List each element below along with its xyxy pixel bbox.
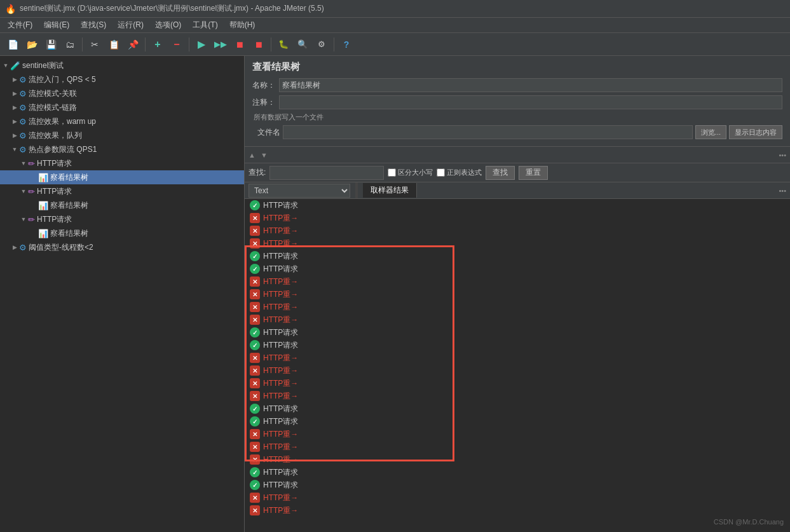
tree-item-liukong2[interactable]: ▶ ⚙ 流控模式-关联: [0, 86, 244, 100]
tree-item-threshold[interactable]: ▶ ⚙ 阈值类型-线程数<2: [0, 240, 244, 254]
result-item[interactable]: ✓HTTP请求: [245, 466, 790, 479]
result-item[interactable]: ✕HTTP重→: [245, 377, 790, 390]
saveas-button[interactable]: 🗂: [61, 36, 79, 53]
tree-item-liukong4[interactable]: ▶ ⚙ 流控效果，warm up: [0, 114, 244, 128]
paste-button[interactable]: 📌: [124, 36, 142, 53]
tree-item-http3[interactable]: ▼ ✏ HTTP请求: [0, 212, 244, 226]
toolbar-down-arrow[interactable]: ▼: [261, 151, 268, 159]
root-expand-arrow[interactable]: ▼: [1, 61, 10, 70]
stop-button[interactable]: ⏹: [231, 36, 249, 53]
panel-toolbar: ▲ ▼ •••: [245, 147, 790, 163]
result-item[interactable]: ✓HTTP请求: [245, 263, 790, 275]
result-item[interactable]: ✕HTTP重→: [245, 491, 790, 504]
debug-button[interactable]: 🐛: [275, 36, 292, 53]
log-button[interactable]: 显示日志内容: [729, 125, 782, 139]
result-item[interactable]: ✕HTTP重→: [245, 224, 790, 237]
result-item[interactable]: ✓HTTP请求: [245, 326, 790, 339]
search-button[interactable]: 🔍: [294, 36, 311, 53]
ok-icon: ✓: [250, 404, 260, 414]
result-item-label: HTTP重→: [263, 505, 298, 516]
case-sensitive-label[interactable]: 区分大小写: [388, 168, 433, 177]
result-item[interactable]: ✓HTTP请求: [245, 199, 790, 212]
tree-item-liukong5[interactable]: ▶ ⚙ 流控效果，队列: [0, 128, 244, 142]
new-button[interactable]: 📄: [4, 36, 22, 53]
menu-find[interactable]: 查找(S): [76, 18, 111, 32]
title-text: sentinel测试.jmx (D:\java-service\Jmeter\测…: [20, 3, 324, 14]
liukong3-expand[interactable]: ▶: [10, 103, 19, 112]
open-button[interactable]: 📂: [23, 36, 41, 53]
menu-help[interactable]: 帮助(H): [224, 18, 261, 32]
result-item[interactable]: ✕HTTP重→: [245, 364, 790, 377]
result-item[interactable]: ✓HTTP请求: [245, 250, 790, 263]
result-item[interactable]: ✕HTTP重→: [245, 428, 790, 440]
remove-button[interactable]: −: [168, 36, 186, 53]
copy-button[interactable]: 📋: [105, 36, 123, 53]
menu-file[interactable]: 文件(F): [3, 18, 37, 32]
http3-expand[interactable]: ▼: [19, 215, 28, 224]
tree-item-result3[interactable]: ▶ 📊 察看结果树: [0, 226, 244, 240]
add-button[interactable]: +: [149, 36, 167, 53]
toolbar-more[interactable]: •••: [779, 151, 786, 159]
menu-edit[interactable]: 编辑(E): [39, 18, 74, 32]
http2-expand[interactable]: ▼: [19, 187, 28, 196]
result-item[interactable]: ✓HTTP请求: [245, 402, 790, 415]
filename-input[interactable]: [283, 125, 693, 139]
result-item[interactable]: ✕HTTP重→: [245, 301, 790, 313]
tree-item-liukong1[interactable]: ▶ ⚙ 流控入门，QPS < 5: [0, 72, 244, 86]
tree-item-result1[interactable]: ▶ 📊 察看结果树: [0, 170, 244, 184]
case-sensitive-checkbox[interactable]: [388, 168, 396, 177]
settings-button[interactable]: ⚙: [313, 36, 330, 53]
result-item[interactable]: ✕HTTP重→: [245, 275, 790, 288]
tree-root-item[interactable]: ▼ 🧪 sentinel测试: [0, 58, 244, 72]
menu-run[interactable]: 运行(R): [112, 18, 149, 32]
liukong5-expand[interactable]: ▶: [10, 131, 19, 140]
result-item[interactable]: ✕HTTP重→: [245, 440, 790, 453]
liukong2-expand[interactable]: ▶: [10, 89, 19, 98]
result-item[interactable]: ✕HTTP重→: [245, 453, 790, 466]
result-item[interactable]: ✕HTTP重→: [245, 237, 790, 250]
run-button[interactable]: ▶: [193, 36, 210, 53]
save-button[interactable]: 💾: [42, 36, 60, 53]
result-item[interactable]: ✕HTTP重→: [245, 212, 790, 224]
tree-item-http2[interactable]: ▼ ✏ HTTP请求: [0, 184, 244, 198]
search-button-find[interactable]: 查找: [486, 166, 515, 180]
result-item[interactable]: ✕HTTP重→: [245, 288, 790, 301]
help-button[interactable]: ?: [337, 36, 355, 53]
cut-button[interactable]: ✂: [86, 36, 104, 53]
regex-label[interactable]: 正则表达式: [437, 168, 482, 177]
http1-expand[interactable]: ▼: [19, 159, 28, 168]
search-input[interactable]: [269, 166, 384, 180]
run-all-button[interactable]: ▶▶: [212, 36, 229, 53]
tab-sampler-result[interactable]: 取样器结果: [363, 183, 417, 198]
split-more[interactable]: •••: [779, 187, 786, 194]
threshold-expand[interactable]: ▶: [10, 243, 19, 252]
regex-checkbox[interactable]: [437, 168, 445, 177]
result-item[interactable]: ✕HTTP重→: [245, 504, 790, 517]
tree-item-http1[interactable]: ▼ ✏ HTTP请求: [0, 156, 244, 170]
result-item[interactable]: ✓HTTP请求: [245, 415, 790, 428]
result-item[interactable]: ✓HTTP请求: [245, 479, 790, 491]
result-item[interactable]: ✕HTTP重→: [245, 351, 790, 364]
type-select[interactable]: Text JSON XML HTML Rendered HTML CSS Sel…: [249, 184, 350, 198]
err-icon: ✕: [250, 378, 260, 388]
tree-item-result2[interactable]: ▶ 📊 察看结果树: [0, 198, 244, 212]
liukong4-expand[interactable]: ▶: [10, 117, 19, 126]
result-item[interactable]: ✓HTTP请求: [245, 339, 790, 351]
stop2-button[interactable]: ⏹: [250, 36, 268, 53]
comment-input[interactable]: [279, 95, 782, 109]
toolbar-up-arrow[interactable]: ▲: [249, 151, 255, 159]
menu-options[interactable]: 选项(O): [150, 18, 186, 32]
result-item-label: HTTP请求: [263, 251, 298, 262]
result-item[interactable]: ✕HTTP重→: [245, 313, 790, 326]
liukong4-icon: ⚙: [19, 117, 27, 126]
tree-item-liukong3[interactable]: ▶ ⚙ 流控模式-链路: [0, 100, 244, 114]
liukong1-expand[interactable]: ▶: [10, 75, 19, 84]
root-label: sentinel测试: [22, 60, 64, 71]
result-item[interactable]: ✕HTTP重→: [245, 390, 790, 402]
browse-button[interactable]: 浏览...: [695, 125, 726, 139]
hotspot-expand[interactable]: ▼: [10, 145, 19, 154]
menu-tools[interactable]: 工具(T): [187, 18, 222, 32]
reset-button[interactable]: 重置: [519, 166, 548, 180]
name-input[interactable]: [279, 78, 782, 92]
tree-item-hotspot[interactable]: ▼ ⚙ 热点参数限流 QPS1: [0, 142, 244, 156]
